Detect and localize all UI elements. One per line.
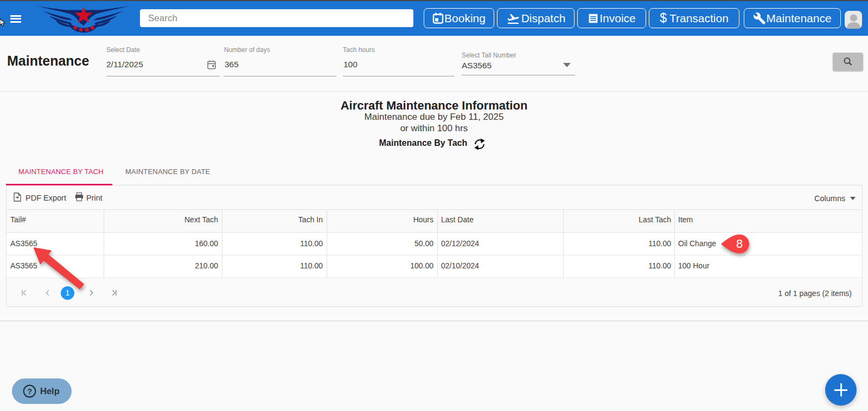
svg-text:8: 8	[736, 237, 743, 251]
svg-text:?: ?	[27, 387, 32, 396]
